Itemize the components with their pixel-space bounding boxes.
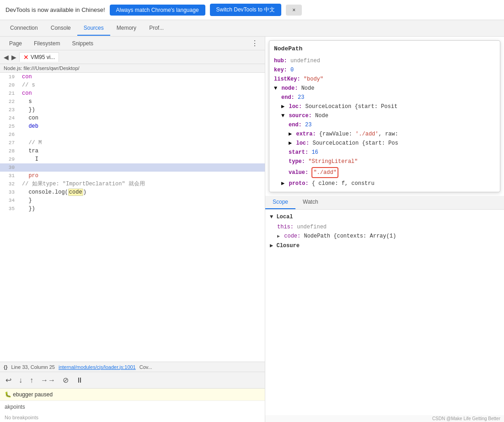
tooltip-row-source-loc[interactable]: ▶ loc: SourceLocation {start: Pos <box>274 139 495 148</box>
source-link[interactable]: internal/modules/cjs/loader.js:1001 <box>59 364 136 370</box>
extra-expand-icon[interactable]: ▶ <box>289 131 292 137</box>
nav-forward-icon[interactable]: ▶ <box>11 54 16 61</box>
breakpoints-section: akpoints <box>0 400 265 413</box>
code-line-33: 33 console.log(code) <box>0 188 265 196</box>
value-highlight: "./add" <box>311 167 338 178</box>
devtools-container: DevTools is now available in Chinese! Al… <box>0 0 504 422</box>
node-expand-icon[interactable]: ▼ <box>274 85 277 92</box>
code-line-20: 20 // s <box>0 81 265 89</box>
code-line-31: 31 pro <box>0 172 265 180</box>
tooltip-row-loc[interactable]: ▶ loc: SourceLocation {start: Posit <box>274 102 495 111</box>
scope-content: ▼ Local this: undefined ▶ code: NodePath… <box>265 210 504 415</box>
scope-row-this: this: undefined <box>270 222 499 232</box>
format-button[interactable]: {} <box>4 364 8 370</box>
cursor-position: Line 33, Column 25 <box>11 364 55 370</box>
tooltip-title: NodePath <box>274 44 495 54</box>
tooltip-row-extra[interactable]: ▶ extra: {rawValue: './add', raw: <box>274 130 495 139</box>
sub-tab-filesystem[interactable]: Filesystem <box>28 38 65 49</box>
code-line-28: 28 tra <box>0 147 265 155</box>
code-line-30: 30 <box>0 163 265 172</box>
sub-tabs: Page Filesystem Snippets ⋮ <box>0 37 265 50</box>
deactivate-button[interactable]: ⊘ <box>63 376 69 384</box>
tooltip-row-type: type: "StringLiteral" <box>274 157 495 166</box>
resume-button[interactable]: ↩ <box>5 376 11 384</box>
code-line-24: 24 con <box>0 114 265 122</box>
coverage-label: Cov... <box>139 364 152 370</box>
tooltip-popup: NodePath hub: undefined key: 0 listKey: … <box>269 40 500 192</box>
code-line-21: 21 con <box>0 89 265 97</box>
local-expand-icon[interactable]: ▼ <box>270 214 273 220</box>
dismiss-button[interactable]: × <box>286 5 302 16</box>
file-header: ◀ ▶ ✕ VM95 vi... <box>0 50 265 64</box>
code-line-23: 23 }) <box>0 106 265 114</box>
debugger-paused-text: 🐛 ebugger paused <box>5 391 53 398</box>
step-out-button[interactable]: →→ <box>41 376 55 384</box>
code-line-27: 27 // M <box>0 139 265 147</box>
sub-tab-snippets[interactable]: Snippets <box>66 38 99 49</box>
notification-text: DevTools is now available in Chinese! <box>5 6 105 13</box>
file-tab[interactable]: ✕ VM95 vi... <box>19 52 59 62</box>
tooltip-row-value: value: "./add" <box>274 166 495 179</box>
code-line-22: 22 s <box>0 97 265 106</box>
main-tabs: Connection Console Sources Memory Prof..… <box>0 20 504 37</box>
file-tab-label: VM95 vi... <box>31 54 55 60</box>
sub-tab-page[interactable]: Page <box>4 38 27 49</box>
tab-console[interactable]: Console <box>44 21 77 36</box>
more-tabs-button[interactable]: ⋮ <box>248 39 261 48</box>
tooltip-row-proto[interactable]: ▶ proto: { clone: f, constru <box>274 179 495 188</box>
tab-connection[interactable]: Connection <box>4 21 44 36</box>
tooltip-row-key: key: 0 <box>274 65 495 75</box>
tooltip-row-start: start: 16 <box>274 148 495 157</box>
loc-expand-icon[interactable]: ▶ <box>281 103 284 110</box>
code-line-32: 32 // 如果type: "ImportDeclaration" 就会用 <box>0 180 265 188</box>
right-panel: NodePath hub: undefined key: 0 listKey: … <box>265 37 504 422</box>
source-expand-icon[interactable]: ▼ <box>281 113 284 119</box>
tab-profiler[interactable]: Prof... <box>143 21 170 36</box>
match-language-button[interactable]: Always match Chrome's language <box>110 5 205 16</box>
tooltip-row-node[interactable]: ▼ node: Node <box>274 84 495 93</box>
csdn-watermark: CSDN @Make Life Getting Better <box>265 415 504 422</box>
watermark-text: CSDN @Make Life Getting Better <box>432 416 500 421</box>
scope-closure-label[interactable]: ▶ Closure <box>270 241 499 250</box>
step-into-button[interactable]: ↑ <box>30 376 33 384</box>
step-over-button[interactable]: ↓ <box>19 376 22 384</box>
tab-sources[interactable]: Sources <box>77 21 110 36</box>
tab-memory[interactable]: Memory <box>110 21 143 36</box>
scope-tabs: Scope Watch <box>265 196 504 210</box>
tooltip-row-source-end: end: 23 <box>274 120 495 130</box>
file-path: Node.js: file:///Users/qwr/Desktop/ <box>0 64 265 73</box>
tooltip-row-source[interactable]: ▼ source: Node <box>274 111 495 120</box>
code-expand-icon[interactable]: ▶ <box>277 234 280 239</box>
tooltip-row-listkey: listKey: "body" <box>274 75 495 84</box>
left-panel: Page Filesystem Snippets ⋮ ◀ ▶ ✕ VM95 vi… <box>0 37 265 422</box>
scope-tab-watch[interactable]: Watch <box>295 196 326 209</box>
debug-toolbar: ↩ ↓ ↑ →→ ⊘ ⏸ <box>0 372 265 388</box>
switch-devtools-button[interactable]: Switch DevTools to 中文 <box>210 4 282 16</box>
close-file-icon[interactable]: ✕ <box>23 54 29 61</box>
status-bar: {} Line 33, Column 25 internal/modules/c… <box>0 362 265 372</box>
scope-local-label[interactable]: ▼ Local <box>270 212 499 222</box>
file-path-text: Node.js: file:///Users/qwr/Desktop/ <box>4 65 80 71</box>
scope-row-code[interactable]: ▶ code: NodePath {contexts: Array(1) <box>270 232 499 241</box>
source-loc-icon[interactable]: ▶ <box>289 140 292 146</box>
code-editor[interactable]: 19 con 20 // s 21 con 22 s 23 }) <box>0 73 265 362</box>
notification-bar: DevTools is now available in Chinese! Al… <box>0 0 504 20</box>
debugger-paused-banner: 🐛 ebugger paused <box>0 388 265 400</box>
code-line-25: 25 deb <box>0 122 265 130</box>
code-line-34: 34 } <box>0 196 265 205</box>
tooltip-row-end: end: 23 <box>274 93 495 102</box>
code-line-26: 26 <box>0 130 265 139</box>
proto-expand-icon[interactable]: ▶ <box>281 180 284 187</box>
closure-expand-icon[interactable]: ▶ <box>270 243 273 249</box>
code-line-29: 29 I <box>0 155 265 163</box>
pause-button[interactable]: ⏸ <box>76 376 83 384</box>
content-area: Page Filesystem Snippets ⋮ ◀ ▶ ✕ VM95 vi… <box>0 37 504 422</box>
breakpoints-label: akpoints <box>5 404 25 410</box>
tooltip-row-hub: hub: undefined <box>274 56 495 65</box>
scope-tab-scope[interactable]: Scope <box>265 196 295 209</box>
nav-back-icon[interactable]: ◀ <box>4 54 9 61</box>
code-line-19: 19 con <box>0 73 265 81</box>
code-line-35: 35 }) <box>0 205 265 213</box>
no-breakpoints-label: No breakpoints <box>0 413 265 422</box>
